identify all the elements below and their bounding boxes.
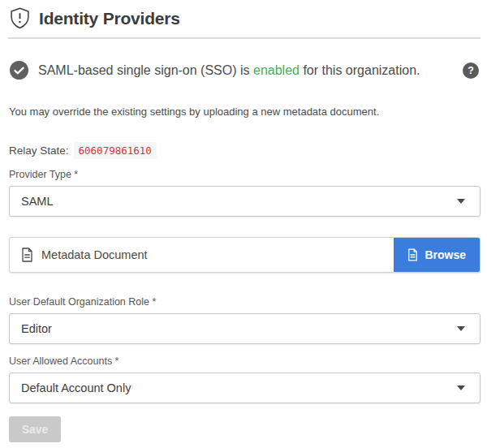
svg-text:?: ? bbox=[468, 65, 474, 76]
shield-exclamation-icon bbox=[10, 7, 30, 29]
sso-status-text: SAML-based single sign-on (SSO) is enabl… bbox=[38, 63, 420, 78]
sso-status-banner: SAML-based single sign-on (SSO) is enabl… bbox=[8, 61, 481, 80]
browse-label: Browse bbox=[425, 248, 466, 261]
relay-state-label: Relay State: bbox=[9, 144, 69, 157]
chevron-down-icon bbox=[457, 326, 465, 331]
provider-type-label: Provider Type * bbox=[9, 169, 481, 180]
browse-document-icon bbox=[407, 248, 418, 261]
metadata-file-field[interactable]: Metadata Document bbox=[10, 238, 394, 272]
allowed-accounts-value: Default Account Only bbox=[21, 381, 131, 394]
provider-type-select[interactable]: SAML bbox=[9, 186, 481, 217]
status-enabled-text: enabled bbox=[253, 63, 300, 77]
org-role-select[interactable]: Editor bbox=[9, 313, 481, 344]
save-button[interactable]: Save bbox=[9, 416, 61, 442]
relay-state-row: Relay State: 606079861610 bbox=[8, 142, 481, 159]
org-role-label: User Default Organization Role * bbox=[9, 296, 481, 308]
override-description: You may override the existing settings b… bbox=[8, 106, 481, 118]
document-icon bbox=[21, 248, 33, 262]
page-header: Identity Providers bbox=[8, 0, 481, 39]
browse-button[interactable]: Browse bbox=[394, 238, 480, 272]
metadata-file-input[interactable]: Metadata Document Browse bbox=[9, 237, 481, 273]
org-role-group: User Default Organization Role * Editor bbox=[8, 296, 481, 344]
allowed-accounts-group: User Allowed Accounts * Default Account … bbox=[8, 355, 481, 403]
allowed-accounts-select[interactable]: Default Account Only bbox=[9, 373, 481, 403]
chevron-down-icon bbox=[457, 386, 465, 390]
allowed-accounts-label: User Allowed Accounts * bbox=[9, 355, 481, 367]
status-text-before: SAML-based single sign-on (SSO) is bbox=[38, 63, 253, 77]
provider-type-value: SAML bbox=[21, 195, 54, 208]
help-icon[interactable]: ? bbox=[463, 62, 479, 79]
org-role-value: Editor bbox=[21, 322, 52, 335]
chevron-down-icon bbox=[457, 199, 465, 204]
metadata-file-placeholder: Metadata Document bbox=[41, 248, 148, 261]
check-circle-icon bbox=[10, 61, 28, 80]
provider-type-group: Provider Type * SAML bbox=[8, 169, 481, 217]
relay-state-value: 606079861610 bbox=[74, 142, 157, 159]
identity-providers-page: Identity Providers SAML-based single sig… bbox=[0, 0, 487, 442]
page-title: Identity Providers bbox=[39, 9, 180, 28]
status-text-after: for this organization. bbox=[300, 63, 420, 77]
